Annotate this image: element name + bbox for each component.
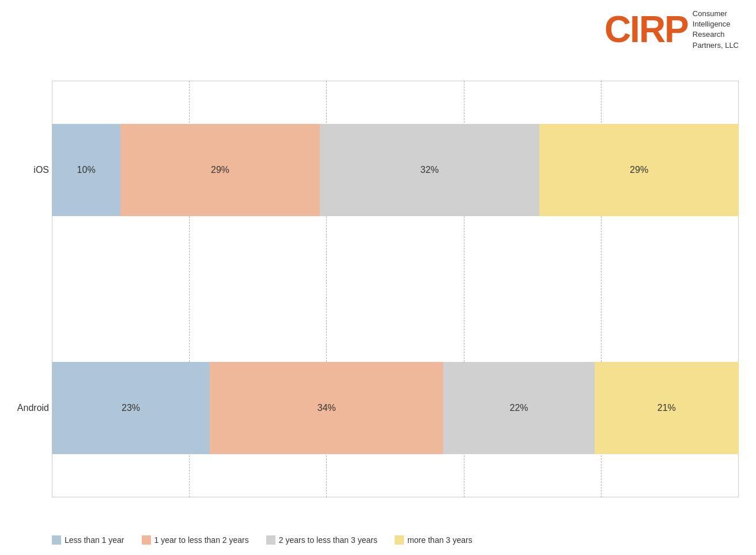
legend-item-less1: Less than 1 year [52, 535, 124, 545]
android-label: Android [3, 403, 49, 413]
legend-box-1to2 [142, 535, 151, 545]
android-seg-less1: 23% [52, 362, 210, 454]
legend-box-2to3 [266, 535, 275, 545]
ios-seg-1to2: 29% [120, 124, 320, 216]
legend-item-more3: more than 3 years [395, 535, 472, 545]
ios-seg-less1: 10% [52, 124, 120, 216]
android-seg-more3: 21% [595, 362, 739, 454]
logo-area: CIRP Consumer Intelligence Research Part… [604, 9, 739, 51]
ios-seg-2to3: 32% [320, 124, 539, 216]
ios-seg-more3: 29% [539, 124, 739, 216]
logo-subtitle: Consumer Intelligence Research Partners,… [693, 9, 739, 51]
android-seg-2to3: 22% [443, 362, 594, 454]
ios-label: iOS [3, 165, 49, 175]
ios-bar: 10% 29% 32% 29% [52, 124, 739, 216]
legend-label-more3: more than 3 years [407, 535, 472, 545]
chart-container: CIRP Consumer Intelligence Research Part… [0, 0, 756, 555]
legend-label-1to2: 1 year to less than 2 years [154, 535, 249, 545]
chart-area: iOS 10% 29% 32% 29% Android [52, 81, 739, 497]
android-bar: 23% 34% 22% 21% [52, 362, 739, 454]
cirp-logo: CIRP [604, 11, 688, 48]
legend: Less than 1 year 1 year to less than 2 y… [52, 535, 739, 545]
android-row: Android 23% 34% 22% 21% [52, 318, 739, 497]
legend-item-1to2: 1 year to less than 2 years [142, 535, 249, 545]
ios-row: iOS 10% 29% 32% 29% [52, 81, 739, 260]
legend-label-2to3: 2 years to less than 3 years [279, 535, 377, 545]
android-seg-1to2: 34% [210, 362, 443, 454]
legend-box-more3 [395, 535, 404, 545]
legend-box-less1 [52, 535, 61, 545]
legend-label-less1: Less than 1 year [65, 535, 124, 545]
legend-item-2to3: 2 years to less than 3 years [266, 535, 377, 545]
